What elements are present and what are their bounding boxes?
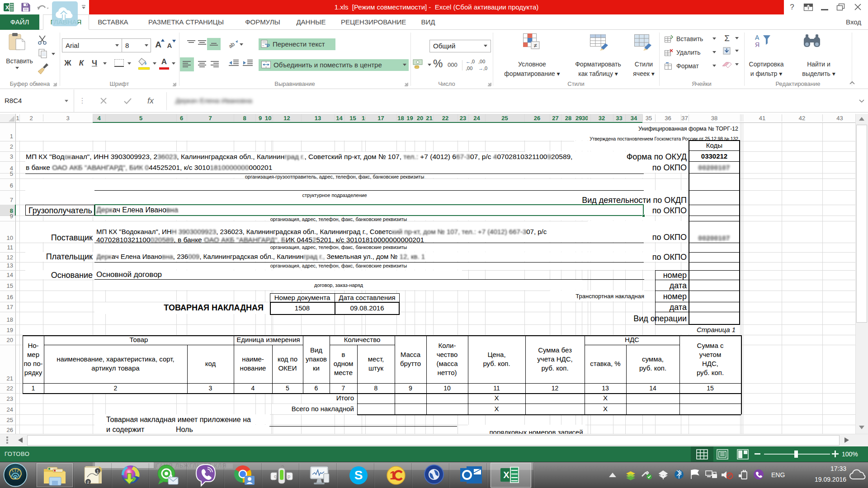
svg-text:А: А bbox=[755, 34, 760, 41]
svg-text:ab: ab bbox=[227, 41, 236, 49]
svg-text:≠: ≠ bbox=[533, 42, 537, 49]
svg-text:X: X bbox=[503, 470, 509, 480]
svg-text:X: X bbox=[5, 4, 9, 11]
svg-text:S: S bbox=[354, 468, 363, 482]
svg-text:2: 2 bbox=[87, 480, 89, 484]
svg-text:Я: Я bbox=[755, 41, 760, 48]
svg-text:1: 1 bbox=[96, 469, 99, 474]
svg-text:p: p bbox=[288, 474, 290, 479]
svg-text:q: q bbox=[274, 474, 277, 479]
